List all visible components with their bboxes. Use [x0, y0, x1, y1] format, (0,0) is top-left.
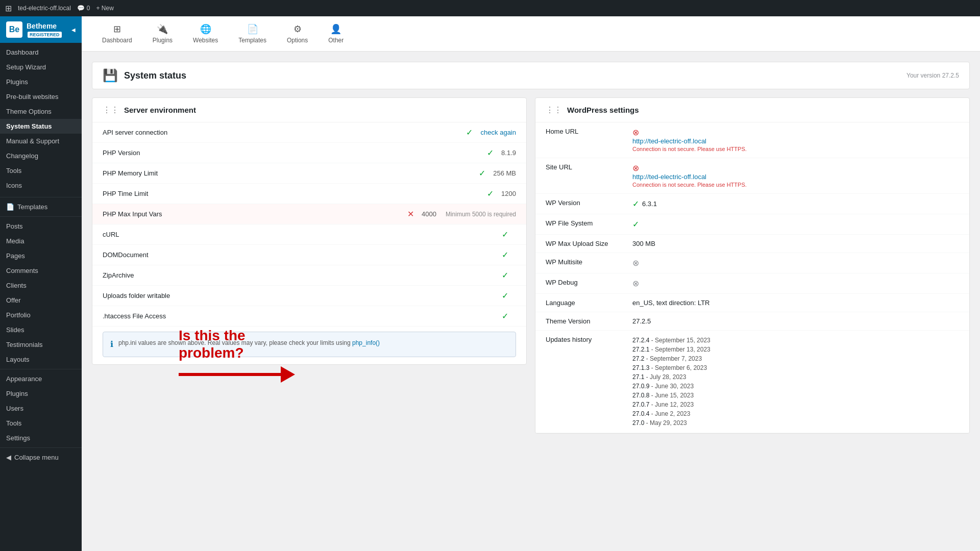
sidebar-item-media[interactable]: Media	[0, 234, 82, 248]
sidebar-divider-3	[0, 369, 82, 369]
admin-bar: ⊞ ted-electric-off.local 💬 0 + New	[0, 0, 980, 16]
row-value: 256 MB	[493, 169, 516, 177]
wp-row-label: Language	[546, 299, 627, 307]
topnav-other-label: Other	[328, 37, 344, 44]
wp-row-value: ⊗ http://ted-electric-off.local Connecti…	[632, 128, 959, 153]
wp-table-row: WP Version ✓ 6.3.1	[535, 194, 969, 214]
topnav-plugins-label: Plugins	[153, 37, 173, 44]
wp-table-row: WP Multisite ⊗	[535, 253, 969, 273]
info-icon: ℹ	[110, 338, 113, 350]
topnav-templates[interactable]: 📄 Templates	[228, 20, 277, 47]
row-label: ZipArchive	[103, 271, 494, 279]
comments-link[interactable]: 💬 0	[77, 5, 90, 12]
server-env-title: Server environment	[124, 106, 196, 114]
sidebar-item-testimonials[interactable]: Testimonials	[0, 337, 82, 352]
update-entry: 27.0.7 - June 12, 2023	[632, 400, 959, 409]
wp-row-label: WP Version	[546, 199, 627, 207]
site-url-link[interactable]: ted-electric-off.local	[18, 5, 71, 12]
sidebar-item-plugins-be[interactable]: Plugins	[0, 74, 82, 89]
sidebar-item-settings[interactable]: Settings	[0, 431, 82, 445]
sidebar-item-changelog[interactable]: Changelog	[0, 148, 82, 163]
status-ok-icon: ✓	[476, 168, 488, 178]
x-icon: ⊗	[632, 258, 639, 268]
sidebar-divider-2	[0, 216, 82, 217]
wp-row-value: ✓	[632, 219, 959, 229]
sidebar-collapse-icon[interactable]: ◀	[71, 27, 76, 33]
update-entry: 27.0.8 - June 15, 2023	[632, 391, 959, 400]
sidebar-item-appearance[interactable]: Appearance	[0, 371, 82, 386]
sidebar-item-offer[interactable]: Offer	[0, 293, 82, 308]
sidebar-item-dashboard[interactable]: Dashboard	[0, 45, 82, 60]
sidebar-item-slides[interactable]: Slides	[0, 322, 82, 337]
wp-table-row: Home URL ⊗ http://ted-electric-off.local…	[535, 122, 969, 158]
row-value: 8.1.9	[501, 149, 516, 157]
wp-row-label: WP File System	[546, 219, 627, 227]
updates-history-row: Updates history 27.2.4 - September 15, 2…	[535, 331, 969, 433]
dashboard-icon: ⊞	[113, 23, 121, 35]
php-info-link[interactable]: php_info()	[352, 339, 380, 346]
sidebar-divider-4	[0, 447, 82, 448]
topnav-dashboard[interactable]: ⊞ Dashboard	[92, 20, 142, 47]
wp-row-value: 27.2.5	[632, 317, 959, 325]
sidebar-item-posts[interactable]: Posts	[0, 219, 82, 234]
error-icon: ⊗	[632, 164, 639, 172]
theme-version-value: 27.2.5	[632, 317, 651, 325]
row-label: DOMDocument	[103, 251, 494, 259]
update-entry: 27.1.3 - September 6, 2023	[632, 363, 959, 372]
sidebar-item-tools[interactable]: Tools	[0, 416, 82, 431]
topnav-options[interactable]: ⚙ Options	[277, 20, 318, 47]
row-label: API server connection	[103, 129, 458, 136]
wp-row-value: ⊗ http://ted-electric-off.local Connecti…	[632, 163, 959, 188]
table-row: PHP Version ✓ 8.1.9	[92, 143, 526, 163]
sidebar: Be Betheme REGISTERED ◀ Dashboard Setup …	[0, 16, 82, 551]
wp-row-label: WP Multisite	[546, 258, 627, 266]
sidebar-item-users[interactable]: Users	[0, 401, 82, 416]
system-status-header-icon: 💾	[103, 68, 118, 83]
templates-nav-icon: 📄	[247, 23, 258, 35]
wp-version-value: 6.3.1	[642, 200, 657, 208]
collapse-icon: ◀	[6, 454, 11, 461]
updates-history-label: Updates history	[546, 336, 627, 343]
sidebar-item-tools-be[interactable]: Tools	[0, 163, 82, 178]
topnav-dashboard-label: Dashboard	[102, 37, 132, 44]
check-again-link[interactable]: check again	[481, 129, 516, 136]
wp-table-row: WP Max Upload Size 300 MB	[535, 235, 969, 253]
sidebar-item-icons[interactable]: Icons	[0, 178, 82, 193]
sidebar-item-templates[interactable]: 📄 Templates	[0, 199, 82, 214]
betheme-sidebar-menu: Dashboard Setup Wizard Plugins Pre-built…	[0, 43, 82, 195]
wp-upload-size: 300 MB	[632, 240, 655, 247]
plugins-icon: 🔌	[157, 23, 168, 35]
sidebar-item-layouts[interactable]: Layouts	[0, 352, 82, 367]
status-error-icon: ✕	[404, 209, 416, 219]
sidebar-item-manual-support[interactable]: Manual & Support	[0, 134, 82, 148]
sidebar-item-prebuilt[interactable]: Pre-built websites	[0, 89, 82, 104]
betheme-sidebar-header[interactable]: Be Betheme REGISTERED ◀	[0, 16, 82, 43]
sidebar-item-plugins[interactable]: Plugins	[0, 386, 82, 401]
collapse-menu-button[interactable]: ◀ Collapse menu	[0, 450, 82, 465]
betheme-logo: Be	[6, 21, 22, 38]
topnav-plugins[interactable]: 🔌 Plugins	[142, 20, 183, 47]
wp-row-label: WP Max Upload Size	[546, 240, 627, 247]
sidebar-item-pages[interactable]: Pages	[0, 248, 82, 263]
sidebar-item-portfolio[interactable]: Portfolio	[0, 308, 82, 322]
wp-settings-title: WordPress settings	[567, 106, 639, 114]
system-status-header: 💾 System status Your version 27.2.5	[92, 62, 970, 89]
sidebar-item-clients[interactable]: Clients	[0, 278, 82, 293]
wp-row-value: ⊗	[632, 279, 959, 288]
status-ok-icon: ✓	[499, 250, 511, 260]
wp-logo-icon[interactable]: ⊞	[5, 4, 12, 13]
new-menu[interactable]: + New	[96, 5, 114, 12]
x-icon: ⊗	[632, 279, 639, 288]
table-row: PHP Memory Limit ✓ 256 MB	[92, 163, 526, 184]
system-status-title: System status	[124, 70, 900, 81]
topnav-websites[interactable]: 🌐 Websites	[183, 20, 228, 47]
sidebar-item-comments[interactable]: Comments	[0, 263, 82, 278]
wp-settings-header: ⋮⋮ WordPress settings	[535, 98, 969, 122]
sidebar-item-system-status[interactable]: System Status	[0, 119, 82, 134]
table-row: .htaccess File Access ✓	[92, 306, 526, 327]
sidebar-item-setup-wizard[interactable]: Setup Wizard	[0, 60, 82, 74]
status-ok-icon: ✓	[484, 148, 496, 158]
sidebar-item-theme-options[interactable]: Theme Options	[0, 104, 82, 119]
topnav-other[interactable]: 👤 Other	[318, 20, 354, 47]
wp-row-label: Site URL	[546, 163, 627, 171]
